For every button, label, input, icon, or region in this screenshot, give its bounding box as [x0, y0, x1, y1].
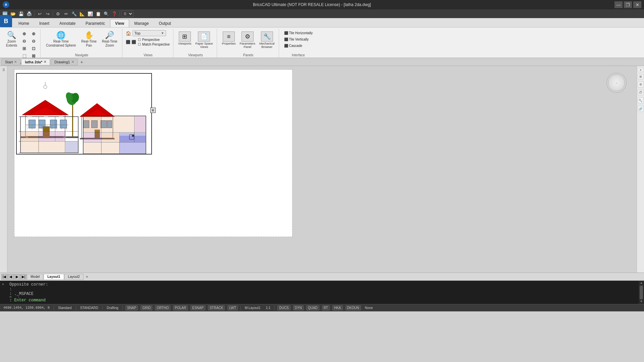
zoom-sm1-button[interactable]: ⊕ — [30, 30, 38, 37]
left-sidebar: ⠿ — [0, 66, 7, 273]
tab-drawing1[interactable]: Drawing1 ✕ — [51, 59, 77, 65]
bricscad-home-button[interactable]: B — [0, 15, 12, 27]
quad-button[interactable]: QUAD — [306, 305, 319, 310]
nav-first-button[interactable]: |◀ — [1, 274, 7, 280]
grid-button[interactable]: GRID — [141, 305, 152, 310]
viewport-handle[interactable]: ⊞ — [150, 108, 156, 113]
zoom-in-button[interactable]: ⊕ — [20, 30, 29, 37]
tile-vertically-button[interactable]: ⬛ Tile Vertically — [282, 37, 315, 42]
sidebar-snap-icon[interactable]: ⠿ — [2, 67, 6, 73]
restore-button[interactable]: ❐ — [624, 1, 632, 8]
tab-view[interactable]: View — [110, 19, 129, 27]
realtime-pan-button[interactable]: ✋ Real-TimePan — [79, 30, 99, 49]
qa-extra5-button[interactable]: 📊 — [87, 10, 94, 17]
status-mlayout[interactable]: M:Layout1 — [244, 306, 262, 310]
tab-insert[interactable]: Insert — [34, 19, 54, 27]
qa-extra7-button[interactable]: 🔍 — [103, 10, 110, 17]
dkoun-button[interactable]: DKOUN — [345, 305, 361, 310]
add-tab-button[interactable]: + — [78, 59, 85, 65]
references-panel-tab[interactable]: 🔗 — [638, 106, 644, 112]
layout2-tab[interactable]: Layout2 — [64, 274, 84, 280]
tab-manage[interactable]: Manage — [129, 19, 154, 27]
ortho-button[interactable]: ORTHO — [155, 305, 170, 310]
mechanical-panel-tab[interactable]: 🔧 — [638, 97, 644, 104]
title-bar: B BricsCAD Ultimate (NOT FOR RESALE Lice… — [0, 0, 644, 9]
qa-extra1-button[interactable]: ⚙ — [54, 10, 62, 17]
views-dropdown[interactable]: Top ▼ — [132, 30, 166, 36]
add-layout-button[interactable]: + — [84, 274, 90, 280]
tab-home[interactable]: Home — [13, 19, 34, 27]
canvas-area[interactable]: ⊞ ○ — [7, 66, 637, 273]
qa-extra3-button[interactable]: 🔧 — [70, 10, 78, 17]
tab-latha[interactable]: latha 2da* ✕ — [21, 59, 50, 65]
lwt-button[interactable]: LWT — [227, 305, 237, 310]
minimize-button[interactable]: — — [614, 1, 623, 8]
zoom-all-button[interactable]: ⊞ — [20, 45, 29, 52]
rt-button[interactable]: RT — [322, 305, 330, 310]
match-perspective-option[interactable]: ☐ Match Perspective — [137, 42, 170, 47]
zoom-window-button[interactable]: ⬚ — [20, 52, 29, 59]
perspective-option[interactable]: ☐ Perspective — [137, 38, 170, 42]
scroll-up-arrow[interactable]: ▲ — [640, 282, 642, 285]
status-scale[interactable]: 1:1 — [265, 306, 272, 310]
viewports-label: Viewports — [178, 42, 191, 45]
ducs-button[interactable]: DUCS — [277, 305, 290, 310]
tab-annotate[interactable]: Annotate — [54, 19, 80, 27]
nav-last-button[interactable]: ▶| — [20, 274, 26, 280]
qa-save-button[interactable]: 💾 — [17, 10, 25, 17]
tab-parametric[interactable]: Parametric — [80, 19, 110, 27]
dyn-button[interactable]: DYN — [293, 305, 304, 310]
formula-panel-tab[interactable]: f() — [638, 89, 644, 95]
layout1-tab[interactable]: Layout1 — [44, 274, 64, 280]
realtime-zoom-button[interactable]: 🔎 Real-TimeZoom — [100, 30, 119, 49]
paper-space-views-button[interactable]: 📄 Paper SpaceViews — [194, 30, 214, 50]
paper-space: ⊞ — [14, 69, 292, 237]
properties-panel-tab[interactable]: ⊞ — [638, 74, 644, 79]
hka-button[interactable]: HKA — [332, 305, 343, 310]
scroll-thumb[interactable] — [640, 286, 643, 299]
mechanical-browser-button[interactable]: 🔧 MechanicalBrowser — [258, 30, 276, 50]
scroll-down-arrow[interactable]: ▼ — [640, 300, 642, 303]
qa-extra6-button[interactable]: 📋 — [95, 10, 102, 17]
qa-help-button[interactable]: ❓ — [111, 10, 118, 17]
tab-drawing1-close[interactable]: ✕ — [71, 60, 74, 64]
qa-redo-button[interactable]: ↪ — [44, 10, 51, 17]
esnap-button[interactable]: ESNAP — [191, 305, 205, 310]
model-tab[interactable]: Model — [27, 274, 43, 280]
zoom-sm2-button[interactable]: ⊖ — [30, 38, 38, 45]
nav-next-button[interactable]: ▶ — [14, 274, 20, 280]
layer-dropdown[interactable]: 0 — [121, 10, 133, 17]
nav-prev-button[interactable]: ◀ — [8, 274, 14, 280]
constraints-panel-tab[interactable]: ⚙ — [638, 81, 644, 87]
status-text-standard[interactable]: STANDARD — [79, 306, 100, 310]
qa-undo-button[interactable]: ↩ — [36, 10, 43, 17]
zoom-out-button[interactable]: ⊖ — [20, 38, 29, 45]
command-close-icon[interactable]: ✕ — [2, 282, 4, 286]
polar-button[interactable]: POLAR — [173, 305, 188, 310]
tab-start[interactable]: Start ✕ — [1, 59, 20, 65]
cascade-button[interactable]: ⬛ Cascade — [282, 43, 315, 49]
qa-extra2-button[interactable]: ✏ — [62, 10, 70, 17]
tile-horizontally-button[interactable]: ⬛ Tile Horizontally — [282, 30, 315, 36]
status-none[interactable]: None — [364, 306, 374, 310]
realtime-constrained-button[interactable]: 🌐 Real-TimeConstrained Sphere — [44, 30, 78, 49]
command-scrollbar[interactable]: ▲ ▼ — [639, 281, 644, 304]
command-line-3: : ._MSPACE — [9, 292, 641, 296]
viewports-button[interactable]: ⊞ Viewports — [177, 30, 193, 47]
tab-latha-close[interactable]: ✕ — [44, 60, 46, 64]
tab-start-close[interactable]: ✕ — [14, 60, 17, 64]
zoom-sm3-button[interactable]: ⊡ — [30, 45, 38, 52]
strack-button[interactable]: STRACK — [208, 305, 225, 310]
close-button[interactable]: ✕ — [633, 1, 641, 8]
parameters-panel-button[interactable]: ⚙ ParametersPanel — [238, 30, 257, 50]
properties-button[interactable]: ≡ Properties — [220, 30, 237, 47]
snap-button[interactable]: SNAP — [125, 305, 138, 310]
status-standard[interactable]: Standard — [57, 306, 73, 310]
status-drafting[interactable]: Drafting — [105, 306, 120, 310]
tab-output[interactable]: Output — [154, 19, 176, 27]
qa-extra4-button[interactable]: 📐 — [78, 10, 86, 17]
zoom-sm4-button[interactable]: ⊠ — [30, 52, 38, 59]
qa-print-button[interactable]: 🖨️ — [25, 10, 33, 17]
layers-panel-tab[interactable]: ≡ — [638, 68, 644, 72]
zoom-extents-button[interactable]: 🔍 ZoomExtents — [4, 30, 19, 49]
